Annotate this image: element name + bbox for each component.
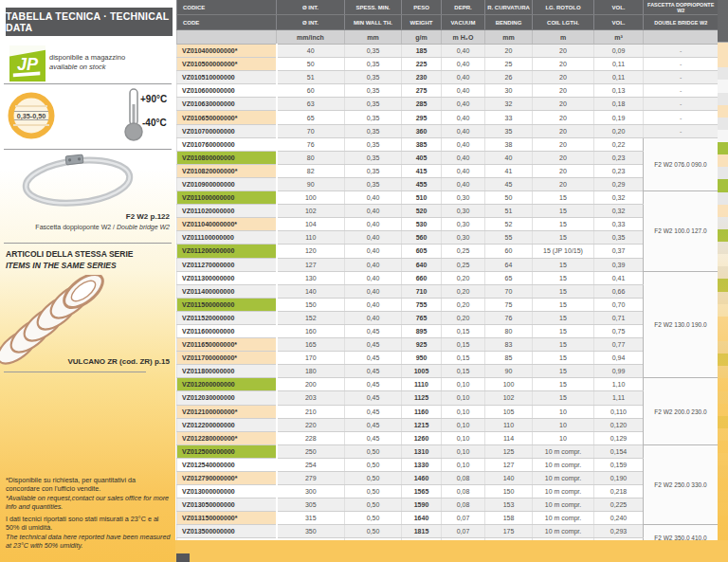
- code-cell: VZ010500000000*: [177, 58, 277, 71]
- coil-length-cell: 20: [533, 111, 594, 124]
- coil-length-cell: 15: [533, 191, 594, 205]
- bending-cell: 26: [485, 71, 533, 84]
- weight-cell: 765: [402, 311, 442, 324]
- coil-length-cell: 15: [533, 231, 594, 245]
- volume-cell: 0,20: [594, 124, 644, 137]
- coil-length-cell: 10: [533, 418, 594, 431]
- bending-cell: 75: [485, 298, 533, 311]
- vacuum-cell: 0,08: [442, 472, 485, 485]
- vacuum-cell: 0,15: [442, 338, 485, 352]
- coil-length-cell: 20: [533, 177, 594, 190]
- bending-cell: 153: [485, 499, 533, 512]
- bending-cell: 150: [485, 485, 533, 499]
- table-row: VZ011700000000*1700,459500,1585150,94: [177, 352, 719, 365]
- bending-cell: 52: [485, 218, 533, 231]
- coil-length-cell: 10: [533, 431, 594, 444]
- volume-cell: 0,110: [594, 405, 644, 418]
- code-cell: VZ012280000000*: [177, 431, 277, 444]
- vacuum-cell: 0,10: [442, 431, 485, 444]
- diameter-cell: 110: [277, 231, 345, 245]
- bending-cell: 64: [485, 258, 533, 271]
- code-cell: VZ011040000000*: [177, 218, 277, 231]
- weight-cell: 1330: [402, 458, 442, 471]
- diameter-cell: 140: [277, 284, 345, 298]
- coil-length-cell: 15: [533, 324, 594, 337]
- page-corner-tab: [176, 553, 190, 562]
- weight-cell: 1215: [402, 418, 442, 431]
- volume-cell: 0,18: [594, 98, 644, 111]
- wall-thickness-cell: 0,40: [345, 191, 402, 205]
- volume-cell: 0,218: [594, 485, 644, 499]
- diameter-cell: 228: [277, 431, 345, 444]
- diameter-cell: 165: [277, 338, 345, 352]
- diameter-cell: 104: [277, 218, 345, 231]
- clamp-ref-cell: -: [644, 45, 719, 58]
- weight-cell: 285: [402, 98, 442, 111]
- footnote-measurement-en: The technical data here reported have be…: [6, 533, 171, 551]
- table-row: VZ010700000000700,353600,4035200,20-: [177, 124, 719, 137]
- vacuum-cell: 0,40: [442, 124, 485, 137]
- stock-note: disponibile a magazzino available on sto…: [49, 53, 125, 72]
- table-row: VZ0130500000003050,5015900,0815310 m com…: [177, 499, 719, 512]
- volume-cell: 0,29: [594, 177, 644, 190]
- table-row: VZ010820000000*820,354150,4041200,23: [177, 164, 719, 177]
- edge-row-tick: [718, 391, 728, 404]
- vacuum-cell: 0,15: [442, 352, 485, 365]
- wall-thickness-cell: 0,35: [345, 111, 402, 124]
- volume-cell: 0,293: [594, 525, 644, 538]
- wall-thickness-cell: 0,35: [345, 124, 402, 137]
- wall-thickness-cell: 0,35: [345, 71, 402, 84]
- column-header: R. CURVATURA: [485, 0, 533, 15]
- vacuum-cell: 0,40: [442, 58, 485, 71]
- wall-thickness-cell: 0,35: [345, 84, 402, 98]
- vacuum-cell: 0,20: [442, 298, 485, 311]
- diameter-cell: 100: [277, 191, 345, 205]
- diameter-cell: 170: [277, 352, 345, 365]
- bending-cell: 158: [485, 512, 533, 525]
- clamp-ref-group-cell: F2 W2 250.0 330.0: [644, 444, 719, 525]
- weight-cell: 710: [402, 284, 442, 298]
- code-cell: VZ013000000000: [177, 485, 277, 499]
- wall-thickness-cell: 0,35: [345, 164, 402, 177]
- edge-row-tick: [718, 441, 728, 453]
- vacuum-cell: 0,40: [442, 111, 485, 124]
- volume-cell: 0,19: [594, 111, 644, 124]
- table-row: VZ0115000000001500,407550,2075150,70: [177, 298, 719, 311]
- table-row: VZ010800000000800,354050,4040200,23: [177, 151, 719, 164]
- divider: [4, 83, 172, 84]
- edge-row-tick: [718, 217, 728, 229]
- bending-cell: 41: [485, 164, 533, 177]
- weight-cell: 1310: [402, 444, 442, 458]
- diameter-cell: 305: [277, 499, 345, 512]
- vacuum-cell: 0,20: [442, 284, 485, 298]
- table-row: VZ0122000000002200,4512150,10110100,120: [177, 418, 719, 431]
- bending-cell: 25: [485, 58, 533, 71]
- edge-row-tick: [718, 67, 728, 80]
- code-cell: VZ011000000000: [177, 191, 277, 205]
- edge-row-tick: [718, 154, 728, 167]
- diameter-cell: 250: [277, 444, 345, 458]
- code-cell: VZ011800000000: [177, 365, 277, 378]
- column-header: Ø INT.: [277, 15, 345, 30]
- coil-length-cell: 20: [533, 98, 594, 111]
- clamp-ref-cell: -: [644, 71, 719, 84]
- column-header: LG. ROTOLO: [533, 0, 594, 15]
- coil-length-cell: 15: [533, 352, 594, 365]
- weight-cell: 415: [402, 164, 442, 177]
- coil-length-cell: 10 m compr.: [533, 485, 594, 499]
- bending-cell: 140: [485, 472, 533, 485]
- table-row: VZ010760000000760,353850,4038200,22F2 W2…: [177, 137, 719, 151]
- vacuum-cell: 0,30: [442, 218, 485, 231]
- volume-cell: 1,11: [594, 391, 644, 405]
- diameter-cell: 102: [277, 205, 345, 218]
- edge-row-tick: [718, 242, 728, 254]
- unit-cell: m: [533, 30, 594, 45]
- table-header: CODICEØ INT.SPESS. MIN.PESODEPR.R. CURVA…: [177, 0, 719, 45]
- bending-cell: 76: [485, 311, 533, 324]
- bending-cell: 90: [485, 365, 533, 378]
- volume-cell: 0,190: [594, 472, 644, 485]
- volume-cell: 0,154: [594, 444, 644, 458]
- code-cell: VZ011600000000: [177, 324, 277, 337]
- wall-thickness-cell: 0,50: [345, 458, 402, 471]
- weight-cell: 1815: [402, 525, 442, 538]
